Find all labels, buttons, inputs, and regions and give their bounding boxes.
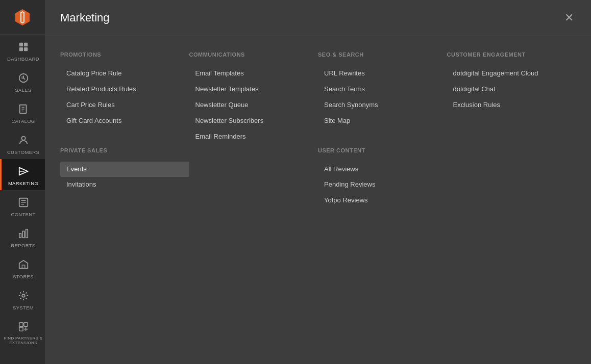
communications-section: Communications Email Templates Newslette… [189,51,318,144]
newsletter-templates-link[interactable]: Newsletter Templates [189,82,318,97]
sidebar-item-customers[interactable]: CUSTOMERS [0,128,45,159]
extensions-icon [16,320,31,334]
newsletter-queue-link[interactable]: Newsletter Queue [189,97,318,113]
sidebar-item-catalog[interactable]: CATALOG [0,97,45,128]
logo[interactable] [0,0,45,35]
svg-text:$: $ [21,76,23,80]
sidebar-item-reports[interactable]: REPORTS [0,221,45,252]
seo-search-heading: SEO & Search [318,51,447,58]
private-sales-heading: Private Sales [60,147,189,153]
sidebar-item-label: DASHBOARD [7,56,39,62]
promotions-heading: Promotions [60,51,189,58]
user-content-section: User Content All Reviews Pending Reviews… [318,147,447,209]
svg-rect-22 [19,323,22,326]
svg-rect-19 [26,229,28,238]
menu-header: Marketing ✕ [45,0,591,36]
svg-rect-1 [23,43,27,46]
menu-title: Marketing [60,11,110,24]
svg-point-10 [21,137,25,140]
svg-rect-0 [19,43,22,46]
related-products-rules-link[interactable]: Related Products Rules [60,82,189,97]
marketing-menu-panel: Marketing ✕ Promotions Catalog Price Rul… [45,0,591,364]
sidebar-item-label: CATALOG [11,118,35,124]
catalog-price-rule-link[interactable]: Catalog Price Rule [60,66,189,82]
dashboard-icon [16,40,31,54]
promotions-section: Promotions Catalog Price Rule Related Pr… [60,51,189,129]
menu-grid: Promotions Catalog Price Rule Related Pr… [45,36,591,242]
column-1: Communications Email Templates Newslette… [189,51,318,227]
sidebar-item-label: SYSTEM [13,305,34,310]
invitations-link[interactable]: Invitations [60,177,189,193]
marketing-icon [16,164,31,178]
search-terms-link[interactable]: Search Terms [318,82,447,97]
close-button[interactable]: ✕ [562,10,576,25]
sidebar-item-content[interactable]: CONTENT [0,190,45,221]
svg-point-21 [22,294,25,297]
user-content-heading: User Content [318,147,447,153]
system-icon [16,289,31,303]
private-sales-section: Private Sales Events Invitations [60,147,189,193]
sidebar-item-label: FIND PARTNERS & EXTENSIONS [4,336,43,345]
sidebar-item-label: REPORTS [11,243,36,248]
sales-icon: $ [16,71,31,85]
sidebar-item-label: CUSTOMERS [7,149,39,155]
gift-card-accounts-link[interactable]: Gift Card Accounts [60,113,189,129]
sidebar-item-dashboard[interactable]: DASHBOARD [0,35,45,66]
site-map-link[interactable]: Site Map [318,113,447,129]
sidebar-item-stores[interactable]: STORES [0,252,45,283]
seo-search-section: SEO & Search URL Rewrites Search Terms S… [318,51,447,129]
all-reviews-link[interactable]: All Reviews [318,162,447,177]
reports-icon [16,226,31,241]
yotpo-reviews-link[interactable]: Yotpo Reviews [318,193,447,209]
svg-rect-18 [22,231,24,238]
svg-rect-20 [22,265,25,268]
column-3: Customer Engagement dotdigital Engagemen… [447,51,576,227]
communications-heading: Communications [189,51,318,58]
customers-icon [16,133,31,147]
search-synonyms-link[interactable]: Search Synonyms [318,97,447,113]
cart-price-rules-link[interactable]: Cart Price Rules [60,97,189,113]
sidebar-item-label: STORES [13,274,34,279]
sidebar-item-marketing[interactable]: MARKETING [0,159,45,190]
email-reminders-link[interactable]: Email Reminders [189,129,318,145]
svg-rect-17 [19,233,21,238]
sidebar: DASHBOARD $ SALES CATALOG CUSTOMERS MARK… [0,0,45,364]
column-2: SEO & Search URL Rewrites Search Terms S… [318,51,447,227]
svg-rect-2 [19,47,22,51]
stores-icon [16,257,31,272]
sidebar-item-sales[interactable]: $ SALES [0,66,45,97]
sidebar-item-label: MARKETING [8,180,38,186]
svg-rect-23 [23,323,27,326]
catalog-icon [16,102,31,116]
dotdigital-chat-link[interactable]: dotdigital Chat [447,82,576,97]
url-rewrites-link[interactable]: URL Rewrites [318,66,447,82]
newsletter-subscribers-link[interactable]: Newsletter Subscribers [189,113,318,129]
svg-rect-24 [19,327,22,331]
content-icon [16,195,31,210]
email-templates-link[interactable]: Email Templates [189,66,318,82]
pending-reviews-link[interactable]: Pending Reviews [318,177,447,193]
customer-engagement-section: Customer Engagement dotdigital Engagemen… [447,51,576,113]
sidebar-item-system[interactable]: SYSTEM [0,283,45,315]
dotdigital-engagement-cloud-link[interactable]: dotdigital Engagement Cloud [447,66,576,82]
customer-engagement-heading: Customer Engagement [447,51,576,58]
sidebar-item-label: SALES [15,87,31,93]
column-0: Promotions Catalog Price Rule Related Pr… [60,51,189,227]
sidebar-item-label: CONTENT [11,212,35,217]
sidebar-item-find-partners[interactable]: FIND PARTNERS & EXTENSIONS [0,315,45,349]
exclusion-rules-link[interactable]: Exclusion Rules [447,97,576,113]
magento-logo-icon [13,8,32,27]
svg-rect-3 [23,47,27,51]
events-link[interactable]: Events [60,162,189,177]
